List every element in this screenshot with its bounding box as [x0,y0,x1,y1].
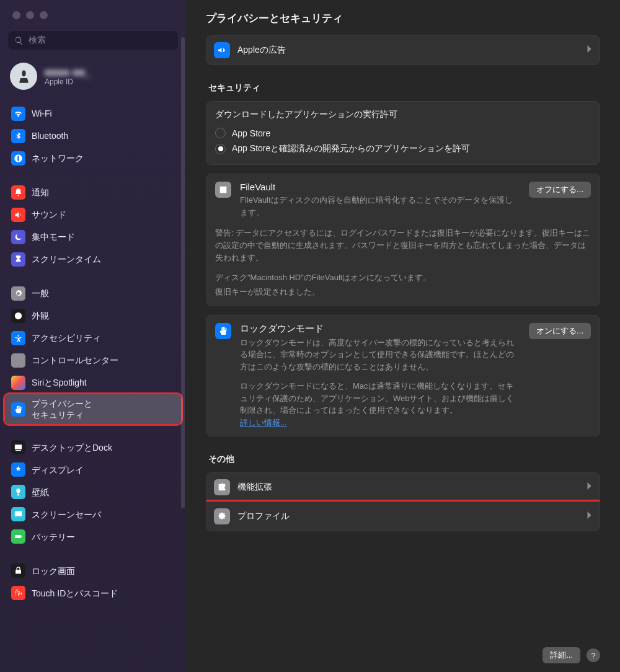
dock-icon [11,440,25,454]
megaphone-icon [214,42,230,58]
sidebar-item-siri[interactable]: SiriとSpotlight [5,372,181,394]
bell-icon [11,185,25,200]
sliders-icon [11,353,25,368]
sidebar-item-gear[interactable]: 一般 [5,283,181,304]
lockdown-desc2: ロックダウンモードになると、Macは通常通りに機能しなくなります。セキュリティ保… [240,380,520,417]
sidebar-item-label: スクリーンタイム [32,254,101,265]
filevault-warning: 警告: データにアクセスするには、ログインパスワードまたは復旧キーが必要になりま… [215,227,591,264]
search-input[interactable]: 検索 [7,30,179,50]
row-label: プロファイル [237,511,579,522]
sidebar-item-label: 外観 [32,310,49,321]
sidebar-item-accessibility[interactable]: アクセシビリティ [5,327,181,349]
wifi-icon [11,107,25,121]
lockdown-title: ロックダウンモード [240,323,520,335]
svg-point-0 [15,379,22,386]
display-icon [11,462,25,477]
sidebar-item-bell[interactable]: 通知 [5,182,181,203]
sidebar-item-hourglass[interactable]: スクリーンタイム [5,249,181,270]
row-apple-ads[interactable]: Appleの広告 [206,35,600,65]
radio-appstore[interactable]: App Store [215,125,591,141]
sidebar-item-label: プライバシーとセキュリティ [32,398,92,420]
bluetooth-icon [11,129,25,143]
radio-label: App Store [232,128,270,138]
sidebar-item-sliders[interactable]: コントロールセンター [5,350,181,371]
sidebar: 検索 ■■■■ ■■_ Apple ID Wi-FiBluetoothネットワー… [0,0,186,672]
filevault-toggle-button[interactable]: オフにする... [529,182,591,198]
chevron-right-icon [587,45,592,56]
sidebar-item-label: 通知 [32,187,49,198]
sidebar-item-label: ネットワーク [32,153,84,164]
sidebar-item-display[interactable]: ディスプレイ [5,459,181,480]
footer: 詳細... ? [186,641,620,672]
sidebar-item-label: ディスプレイ [32,464,84,475]
speaker-icon [11,208,25,222]
battery-icon [11,529,25,544]
sidebar-item-hand[interactable]: プライバシーとセキュリティ [5,394,181,424]
sidebar-item-label: バッテリー [32,531,75,542]
radio-checked-icon [215,144,226,154]
siri-icon [11,376,25,390]
sidebar-nav: Wi-FiBluetoothネットワーク通知サウンド集中モードスクリーンタイム一… [0,102,186,672]
filevault-title: FileVault [240,182,520,192]
avatar [10,63,37,90]
sidebar-item-bluetooth[interactable]: Bluetooth [5,125,181,147]
account-row[interactable]: ■■■■ ■■_ Apple ID [0,60,186,102]
search-icon [14,36,24,45]
hand-icon [215,323,231,339]
help-button[interactable]: ? [587,648,600,662]
sidebar-item-lock[interactable]: ロック画面 [5,560,181,581]
sidebar-item-wallpaper[interactable]: 壁紙 [5,481,181,503]
accessibility-icon [11,331,25,345]
badge-icon [214,508,230,524]
zoom-icon[interactable] [40,11,48,19]
account-name: ■■■■ ■■_ [45,67,91,77]
moon-icon [11,230,25,244]
gear-icon [11,286,25,301]
lockdown-more-link[interactable]: 詳しい情報... [240,418,287,427]
sidebar-item-label: Touch IDとパスコード [32,588,118,599]
row-extensions[interactable]: 機能拡張 [206,473,600,502]
hand-icon [11,402,25,417]
window-controls [0,0,186,28]
row-profiles[interactable]: プロファイル [206,502,600,531]
lock-icon [11,564,25,578]
sidebar-item-fingerprint[interactable]: Touch IDとパスコード [5,582,181,604]
lockdown-desc: ロックダウンモードは、高度なサイバー攻撃の標的になっていると考えられる場合に、非… [240,337,520,373]
sidebar-item-label: Bluetooth [32,130,68,141]
sidebar-item-battery[interactable]: バッテリー [5,526,181,547]
scrollbar[interactable] [181,37,185,508]
radio-identified[interactable]: App Storeと確認済みの開発元からのアプリケーションを許可 [215,141,591,157]
gatekeeper-heading: ダウンロードしたアプリケーションの実行許可 [215,109,591,120]
sidebar-item-dock[interactable]: デスクトップとDock [5,436,181,458]
sidebar-item-network[interactable]: ネットワーク [5,148,181,169]
main-pane: プライバシーとセキュリティ Appleの広告 セキュリティ ダウンロードしたアプ… [186,0,620,672]
wallpaper-icon [11,485,25,499]
row-label: 機能拡張 [237,482,579,493]
lockdown-card: ロックダウンモード ロックダウンモードは、高度なサイバー攻撃の標的になっていると… [206,315,600,436]
sidebar-item-screensaver[interactable]: スクリーンセーバ [5,503,181,525]
search-placeholder: 検索 [29,35,46,46]
section-other: その他 [208,454,598,465]
sidebar-item-label: デスクトップとDock [32,442,112,453]
page-title: プライバシーとセキュリティ [186,0,620,35]
sidebar-item-appearance[interactable]: 外観 [5,305,181,327]
close-icon[interactable] [12,11,20,19]
filevault-status2: 復旧キーが設定されました。 [215,286,591,298]
chevron-right-icon [587,511,592,522]
radio-label: App Storeと確認済みの開発元からのアプリケーションを許可 [232,143,470,154]
sidebar-item-moon[interactable]: 集中モード [5,226,181,248]
radio-icon [215,128,226,138]
sidebar-item-label: SiriとSpotlight [32,377,87,388]
lockdown-toggle-button[interactable]: オンにする... [529,323,591,339]
section-security: セキュリティ [208,82,598,94]
screensaver-icon [11,507,25,521]
sidebar-item-speaker[interactable]: サウンド [5,204,181,226]
sidebar-item-label: スクリーンセーバ [32,509,101,520]
chevron-right-icon [587,482,592,493]
details-button[interactable]: 詳細... [542,647,580,663]
account-sub: Apple ID [45,77,91,86]
sidebar-item-wifi[interactable]: Wi-Fi [5,103,181,125]
sidebar-item-label: 一般 [32,288,49,299]
fingerprint-icon [11,586,25,600]
minimize-icon[interactable] [26,11,34,19]
